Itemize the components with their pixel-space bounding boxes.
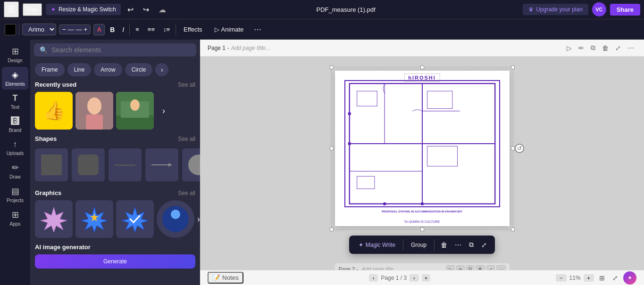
handle-bm[interactable]: [420, 228, 424, 231]
animate-button[interactable]: ▷ Animate: [210, 24, 249, 35]
notes-button[interactable]: 📝 Notes: [208, 272, 243, 284]
font-size-plus-button[interactable]: +: [84, 26, 87, 33]
page1-delete-button[interactable]: 🗑: [600, 42, 611, 53]
recently-used-see-all[interactable]: See all: [178, 81, 195, 88]
magic-write-button[interactable]: ✦ Magic Write: [354, 239, 400, 251]
sidebar-item-projects[interactable]: ▤ Projects: [2, 183, 28, 206]
filter-arrow[interactable]: Arrow: [94, 63, 122, 76]
zoom-in-button[interactable]: +: [584, 274, 594, 282]
fullscreen-button[interactable]: ⤢: [610, 273, 620, 283]
text-color-button[interactable]: A: [93, 24, 105, 35]
page1-copy-button[interactable]: ⧉: [588, 42, 598, 53]
page2-animate-button[interactable]: ▷: [446, 265, 455, 270]
group-button[interactable]: Group: [406, 239, 431, 251]
recent-item-photo2[interactable]: [116, 92, 154, 130]
recent-item-thumbs[interactable]: 👍: [35, 92, 73, 130]
trash-button[interactable]: 🗑: [437, 239, 451, 251]
shape-rounded-item[interactable]: [72, 148, 105, 181]
recent-item-photo1[interactable]: [75, 92, 113, 130]
graphics-see-all[interactable]: See all: [178, 190, 195, 196]
hamburger-button[interactable]: ☰: [4, 1, 19, 17]
handle-ml[interactable]: [330, 147, 334, 150]
canvas-scroll[interactable]: ↺ hIROSHI: [200, 57, 644, 270]
sidebar-item-apps[interactable]: ⊞ Apps: [2, 207, 28, 229]
shape-circle-item[interactable]: [182, 148, 200, 181]
next-page-button[interactable]: ›: [410, 274, 419, 282]
sidebar-item-design[interactable]: ⊞ Design: [2, 43, 28, 66]
shape-line-item[interactable]: [109, 148, 142, 181]
handle-bl[interactable]: [330, 228, 334, 231]
sidebar-item-draw[interactable]: ✏ Draw: [2, 160, 28, 182]
toolbar-more-button[interactable]: ⋯: [251, 24, 264, 35]
filter-frame[interactable]: Frame: [35, 63, 65, 76]
graphic-item-3[interactable]: [116, 200, 154, 238]
sidebar-item-elements[interactable]: ◈ Elements: [2, 67, 28, 90]
copy-button[interactable]: ⧉: [466, 238, 477, 251]
fill-color-swatch[interactable]: [5, 24, 16, 35]
search-input[interactable]: [51, 46, 191, 54]
shape-arrow-item[interactable]: [145, 148, 178, 181]
handle-mr[interactable]: [511, 147, 515, 150]
zoom-level: 11%: [569, 275, 581, 281]
brand-icon: 🅱: [11, 116, 19, 126]
graphic-item-2[interactable]: [75, 200, 113, 238]
expand-button[interactable]: ⤢: [478, 239, 490, 251]
spacing-button[interactable]: ↕≡: [160, 24, 173, 35]
shapes-see-all[interactable]: See all: [178, 136, 195, 142]
grid-view-button[interactable]: ⊞: [597, 273, 607, 283]
page1-animate-button[interactable]: ▷: [564, 42, 574, 53]
page1-title-input[interactable]: Add page title...: [231, 45, 270, 51]
resize-magic-switch-button[interactable]: ✦ Resize & Magic Switch: [46, 4, 121, 15]
page2-title-input[interactable]: Add page title...: [362, 266, 398, 270]
handle-br[interactable]: [511, 228, 515, 231]
align-button[interactable]: ≡: [133, 24, 142, 35]
more-button[interactable]: ⋯: [452, 239, 465, 251]
bold-button[interactable]: B: [108, 24, 117, 35]
page1-edit-button[interactable]: ✏: [576, 42, 586, 53]
page1-label: Page 1 - Add page title...: [208, 45, 270, 51]
graphic-item-4[interactable]: [157, 200, 194, 238]
status-right: − 11% + ⊞ ⤢ ✦: [556, 271, 636, 285]
ai-assistant-button[interactable]: ✦: [623, 271, 636, 285]
effects-button[interactable]: Effects: [179, 24, 207, 35]
graphic-item-1[interactable]: [35, 200, 73, 238]
recently-used-header: Recently used See all: [35, 81, 195, 88]
handle-tr[interactable]: [511, 65, 515, 69]
sidebar-item-brand[interactable]: 🅱 Brand: [2, 114, 28, 136]
zoom-out-button[interactable]: −: [556, 274, 566, 282]
add-page-button[interactable]: +: [422, 274, 430, 282]
ai-generate-button[interactable]: Generate: [35, 254, 195, 269]
filter-more-button[interactable]: ›: [155, 63, 168, 76]
rotate-handle[interactable]: ↺: [515, 144, 524, 153]
list-button[interactable]: ≡≡: [145, 24, 158, 35]
upgrade-plan-button[interactable]: ♛ Upgrade your plan: [523, 4, 588, 15]
filter-circle[interactable]: Circle: [125, 63, 153, 76]
svg-rect-26: [357, 176, 374, 189]
font-family-select[interactable]: Arimo: [22, 24, 56, 35]
recently-next-button[interactable]: ›: [157, 92, 171, 130]
italic-button[interactable]: I: [120, 24, 126, 35]
page1-expand-button[interactable]: ⤢: [613, 42, 623, 53]
page2-delete-button[interactable]: 🗑: [476, 265, 485, 270]
avatar[interactable]: VC: [592, 2, 606, 16]
font-size-minus-button[interactable]: −: [62, 26, 66, 33]
text-icon: T: [13, 93, 18, 103]
page2-expand-button[interactable]: ⤢: [486, 265, 495, 270]
page1-more-button[interactable]: ⋯: [625, 42, 636, 53]
share-button[interactable]: Share: [610, 4, 640, 16]
sidebar-item-text[interactable]: T Text: [2, 90, 28, 113]
page2-edit-button[interactable]: ✏: [456, 265, 465, 270]
page2-more-button[interactable]: ⋯: [496, 265, 506, 270]
shape-square-item[interactable]: [35, 148, 68, 181]
handle-tl[interactable]: [330, 65, 334, 69]
redo-button[interactable]: ↪: [140, 3, 152, 16]
prev-page-button[interactable]: ‹: [369, 274, 378, 282]
filter-line[interactable]: Line: [67, 63, 92, 76]
handle-tm[interactable]: [420, 65, 424, 69]
undo-button[interactable]: ↩: [125, 3, 136, 16]
page2-copy-button[interactable]: ⧉: [466, 265, 474, 270]
sidebar-item-uploads[interactable]: ↑ Uploads: [2, 137, 28, 159]
document-page-1[interactable]: ↺ hIROSHI: [335, 71, 510, 226]
shapes-header: Shapes See all: [35, 135, 195, 142]
file-menu-button[interactable]: File: [23, 3, 42, 16]
